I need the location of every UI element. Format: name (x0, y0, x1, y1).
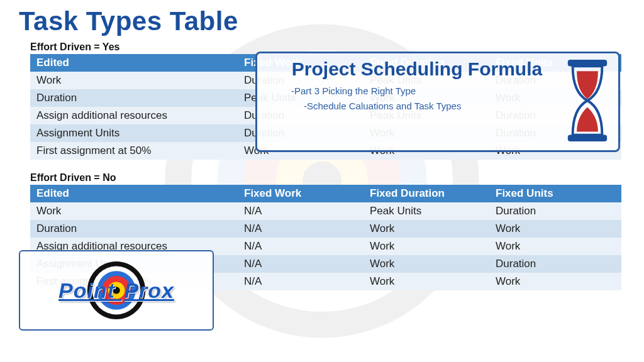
cell: Work (489, 273, 621, 290)
cell: Duration (30, 220, 238, 238)
table-header-row: Edited Fixed Work Fixed Duration Fixed U… (30, 185, 621, 202)
table-no-caption: Effort Driven = No (30, 172, 625, 184)
card-line-2: -Schedule Caluations and Task Types (304, 99, 562, 114)
card-title: Project Scheduling Formula (272, 58, 562, 80)
cell: Work (30, 72, 238, 89)
cell: Duration (489, 202, 621, 220)
cell: N/A (238, 220, 364, 238)
pointprox-logo: Point Prox (19, 250, 214, 331)
col-header: Fixed Work (238, 185, 364, 202)
cell: First assignment at 50% (30, 142, 238, 160)
cell: Work (489, 238, 621, 255)
cell: Duration (30, 89, 238, 107)
cell: Assignment Units (30, 124, 238, 142)
card-line-1: -Part 3 Picking the Right Type (291, 84, 562, 99)
cell: Duration (489, 255, 621, 273)
card-subtitle-block: -Part 3 Picking the Right Type -Schedule… (272, 84, 562, 114)
cell: Work (364, 220, 489, 238)
logo-word-2: Prox (124, 278, 174, 302)
cell: Peak Units (364, 202, 489, 220)
cell: N/A (238, 255, 364, 273)
table-row: Work N/A Peak Units Duration (30, 202, 621, 220)
cell: Work (364, 238, 489, 255)
cell: N/A (238, 202, 364, 220)
table-row: Duration N/A Work Work (30, 220, 621, 238)
col-header: Edited (30, 54, 238, 72)
cell: Work (364, 255, 489, 273)
cell: Work (364, 273, 489, 290)
hourglass-icon (563, 60, 612, 141)
cell: Assign additional resources (30, 107, 238, 124)
cell: Work (489, 220, 621, 238)
overlay-card: Project Scheduling Formula -Part 3 Picki… (255, 52, 620, 152)
col-header: Fixed Units (489, 185, 621, 202)
col-header: Edited (30, 185, 238, 202)
cell: N/A (238, 238, 364, 255)
cell: N/A (238, 273, 364, 290)
page-title: Task Types Table (19, 6, 625, 36)
logo-text: Point Prox (58, 278, 174, 303)
cell: Work (30, 202, 238, 220)
col-header: Fixed Duration (364, 185, 489, 202)
logo-word-1: Point (58, 278, 115, 302)
